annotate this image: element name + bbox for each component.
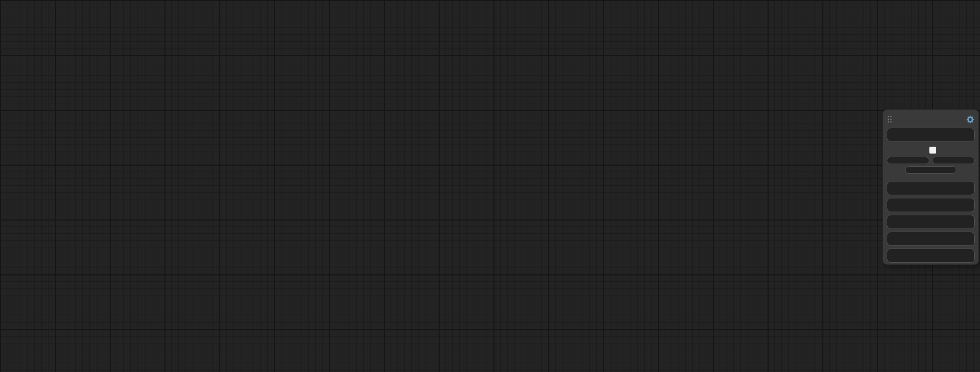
queue-panel-header <box>887 113 975 125</box>
link-wires-layer <box>0 0 980 372</box>
refresh-button[interactable] <box>887 215 975 229</box>
queue-front-button[interactable] <box>887 157 929 164</box>
view-queue-button[interactable] <box>932 157 975 164</box>
queue-prompt-button[interactable] <box>887 128 975 142</box>
settings-gear-icon[interactable] <box>966 115 975 124</box>
clear-button[interactable] <box>887 232 975 246</box>
save-button[interactable] <box>887 181 975 195</box>
load-default-button[interactable] <box>887 249 975 263</box>
extra-options-checkbox[interactable] <box>929 147 936 154</box>
drag-handle-icon[interactable] <box>887 115 892 123</box>
queue-menu-panel <box>883 110 978 264</box>
view-history-button[interactable] <box>905 166 956 174</box>
graph-canvas[interactable] <box>0 0 980 372</box>
load-button[interactable] <box>887 198 975 212</box>
